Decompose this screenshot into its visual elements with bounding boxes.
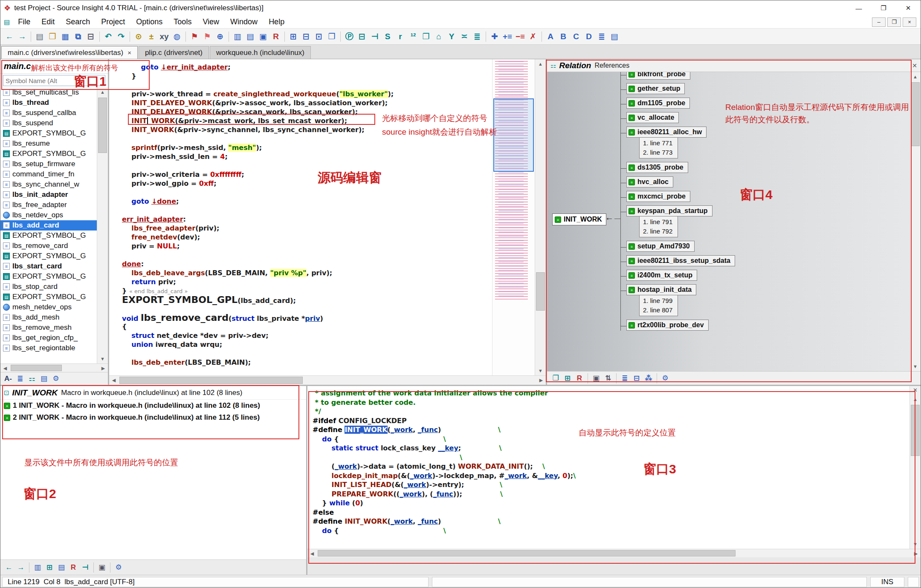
menu-file[interactable]: File	[12, 17, 36, 26]
relation-node[interactable]: vc_allocate	[626, 112, 735, 123]
print-icon[interactable]: ⊟	[84, 31, 97, 43]
list-view-icon[interactable]: ≣	[14, 373, 26, 384]
project-window-icon[interactable]: ▣	[257, 31, 269, 43]
symbol-list-scrollbar[interactable]: ▲ ▼	[97, 87, 108, 363]
home-icon[interactable]: ⌂	[432, 31, 445, 43]
clone-view-icon[interactable]: ⊞	[43, 562, 55, 573]
relation-node[interactable]: gether_setup	[626, 83, 735, 94]
relation-node[interactable]: ieee80211_ibss_setup_sdata	[626, 255, 735, 266]
save-all-icon[interactable]: ⧉	[72, 31, 84, 43]
relation-node[interactable]: dm1105_probe	[626, 98, 735, 109]
symbol-item[interactable]: lbs_stop_card	[0, 282, 97, 292]
style-list-icon[interactable]: ≣	[595, 31, 608, 43]
symbol-item[interactable]: lbs_set_regiontable	[0, 343, 97, 353]
menu-window[interactable]: Window	[225, 17, 263, 26]
symbol-item[interactable]: mesh_netdev_ops	[0, 302, 97, 312]
scrollbar-thumb[interactable]	[536, 272, 545, 311]
relation-root-node[interactable]: INIT_WORK	[552, 213, 606, 225]
merge-icon[interactable]: Y	[445, 31, 458, 43]
relation-node[interactable]: setup_Amd7930	[626, 241, 735, 252]
search-files-icon[interactable]: ⊙	[132, 31, 145, 43]
scrollbar-thumb[interactable]	[98, 98, 107, 153]
tab-0[interactable]: main.c (drivers\net\wireless\libertas)×	[1, 46, 138, 59]
relation-scrollbar[interactable]: ▲ ▼	[909, 72, 921, 371]
close-icon[interactable]: ✕	[912, 62, 917, 69]
relation-node[interactable]: ieee80211_alloc_hw1. line 7712. line 773	[626, 127, 735, 159]
delete-icon[interactable]: ✗	[527, 31, 539, 43]
search-web-icon[interactable]: ◍	[171, 31, 183, 43]
book-view-icon[interactable]: ▤	[38, 373, 50, 384]
lock-icon[interactable]: ▣	[96, 562, 108, 573]
remove-line-icon[interactable]: −≡	[514, 31, 527, 43]
back-icon[interactable]: ←	[3, 562, 15, 573]
menu-project[interactable]: Project	[96, 17, 130, 26]
search-xy-icon[interactable]: xy	[158, 31, 171, 43]
mdi-minimize-button[interactable]: –	[872, 17, 886, 27]
relation-line-ref[interactable]: 2. line 792	[643, 227, 672, 236]
scrollbar-thumb[interactable]	[318, 550, 736, 556]
menu-view[interactable]: View	[197, 17, 225, 26]
symbol-list[interactable]: lbs_set_multicast_lislbs_threadlbs_suspe…	[0, 87, 97, 363]
settings-gear-icon[interactable]: ⚙	[113, 562, 125, 573]
save-icon[interactable]: ▦	[59, 31, 72, 43]
book-view-icon[interactable]: ▤	[55, 562, 67, 573]
maximize-button[interactable]: ❐	[871, 0, 896, 16]
editor-minimap[interactable]	[492, 59, 535, 375]
layout-cascade-icon[interactable]: ❐	[325, 31, 338, 43]
dock-icon[interactable]: ⊣	[79, 562, 91, 573]
style-a-icon[interactable]: A	[544, 31, 557, 43]
symbol-item[interactable]: lbs_suspend_callba	[0, 108, 97, 118]
symbol-list-hscrollbar[interactable]: ◀ ▶	[0, 363, 108, 372]
scroll-right-icon[interactable]: ▶	[911, 549, 921, 557]
scroll-up-icon[interactable]: ▲	[910, 395, 921, 404]
symbol-item[interactable]: lbs_remove_mesh	[0, 323, 97, 333]
context-result-item[interactable]: 2 INIT_WORK - Macro in workqueue.h (incl…	[0, 412, 306, 424]
menu-options[interactable]: Options	[130, 17, 168, 26]
dock-icon[interactable]: ⊣	[368, 31, 381, 43]
copy-page-icon[interactable]: ❐	[420, 31, 432, 43]
clone-view-icon[interactable]: ⊞	[562, 373, 573, 384]
relation-icon[interactable]: R	[67, 562, 79, 573]
group-view-icon[interactable]: ⚏	[26, 373, 38, 384]
tab-2[interactable]: workqueue.h (include\linux)	[210, 46, 311, 59]
menu-help[interactable]: Help	[263, 17, 290, 26]
symbol-item[interactable]: EXPORT_SYMBOL_G	[0, 231, 97, 241]
style-c-icon[interactable]: C	[570, 31, 582, 43]
scroll-up-icon[interactable]: ▲	[535, 59, 546, 69]
refresh-icon[interactable]: ⇅	[602, 373, 614, 384]
browse-icon[interactable]: ≣	[471, 31, 484, 43]
open-file-icon[interactable]: ❒	[46, 31, 59, 43]
scrollbar-thumb[interactable]	[11, 365, 62, 371]
layout-tile-icon[interactable]: ⊞	[287, 31, 300, 43]
bookmark-icon[interactable]: ⚑	[188, 31, 201, 43]
symbol-item[interactable]: lbs_resume	[0, 138, 97, 149]
context-window-icon[interactable]: ▤	[244, 31, 257, 43]
symbol-item[interactable]: lbs_suspend	[0, 118, 97, 128]
symbol-item[interactable]: lbs_init_adapter	[0, 190, 97, 200]
view-list-icon[interactable]: ≣	[619, 373, 631, 384]
symbol-item[interactable]: lbs_add_card	[0, 220, 97, 231]
symbol-item[interactable]: lbs_free_adapter	[0, 200, 97, 210]
style-grid-icon[interactable]: ▤	[608, 31, 621, 43]
relation-node[interactable]: hvc_alloc	[626, 176, 735, 187]
add-line-icon[interactable]: +≡	[501, 31, 514, 43]
minimize-button[interactable]: —	[846, 0, 871, 16]
definition-code-area[interactable]: * assignment of the work data initialize…	[307, 386, 909, 549]
symbol-item[interactable]: EXPORT_SYMBOL_G	[0, 292, 97, 302]
scroll-up-icon[interactable]: ▲	[910, 72, 921, 81]
new-file-icon[interactable]: ▤	[33, 31, 46, 43]
symbol-item[interactable]: EXPORT_SYMBOL_G	[0, 271, 97, 282]
symbol-item[interactable]: lbs_get_region_cfp_	[0, 333, 97, 343]
relation-node[interactable]: rt2x00lib_probe_dev	[626, 320, 735, 331]
code-editor-area[interactable]: goto ↓err_init_adapter; } priv->work_thr…	[109, 59, 492, 375]
scroll-up-icon[interactable]: ▲	[97, 87, 108, 97]
symbol-item[interactable]: lbs_add_mesh	[0, 312, 97, 323]
menu-tools[interactable]: Tools	[168, 17, 197, 26]
scroll-left-icon[interactable]: ◀	[0, 364, 10, 372]
relation-line-ref[interactable]: 1. line 791	[643, 217, 672, 227]
symbol-item[interactable]: lbs_netdev_ops	[0, 210, 97, 220]
undo-icon[interactable]: ↶	[102, 31, 115, 43]
relation-window-icon[interactable]: R	[269, 31, 282, 43]
relation-node[interactable]: keyspan_pda_startup1. line 7912. line 79…	[626, 205, 735, 237]
search-replace-icon[interactable]: ±	[145, 31, 158, 43]
